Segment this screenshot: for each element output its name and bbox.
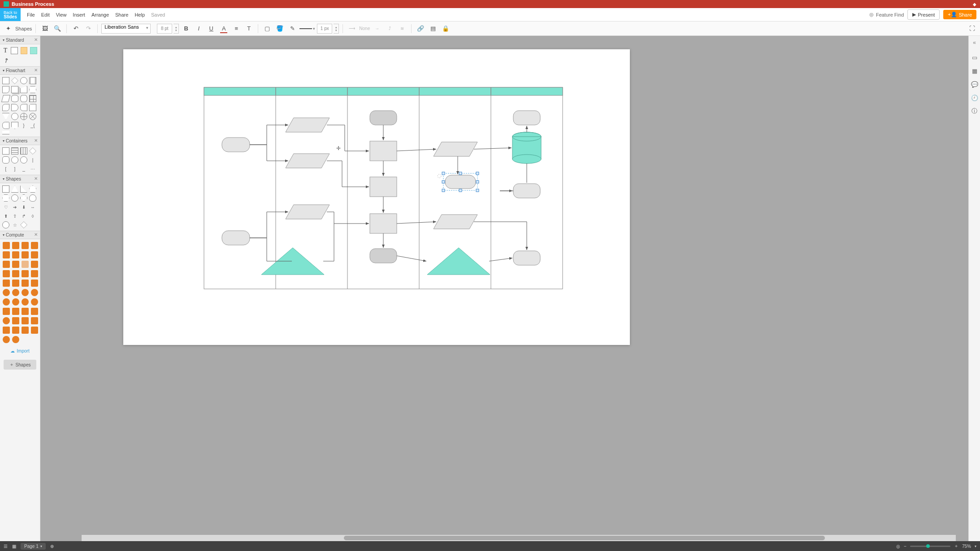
- panel-header-compute[interactable]: ▾ Compute ✕: [0, 231, 40, 239]
- panel-header-standard[interactable]: ▾ Standard ✕: [0, 36, 40, 44]
- line-width-stepper[interactable]: ▴▾: [334, 24, 339, 34]
- compute-shape[interactable]: [3, 308, 10, 315]
- compute-shape[interactable]: [3, 298, 10, 306]
- data-shape-1[interactable]: [286, 118, 330, 132]
- fc-merge[interactable]: [2, 113, 9, 120]
- fc-connector[interactable]: [11, 113, 18, 120]
- text-color-button[interactable]: A: [218, 23, 229, 34]
- underline-button[interactable]: U: [206, 23, 217, 34]
- fc-terminator[interactable]: [20, 77, 27, 84]
- sh-square[interactable]: [2, 185, 9, 193]
- canvas-viewport[interactable]: ✛: [40, 36, 968, 541]
- connector[interactable]: [474, 148, 512, 149]
- selection-handle[interactable]: [442, 181, 445, 183]
- layers-button[interactable]: ▤: [428, 23, 438, 34]
- sh-pentagon[interactable]: [29, 185, 36, 193]
- connector[interactable]: [250, 212, 288, 238]
- line-jump-button[interactable]: ≋: [397, 23, 408, 34]
- zoom-out-icon[interactable]: −: [904, 544, 906, 549]
- data-shape-3[interactable]: [286, 205, 330, 219]
- connector[interactable]: [327, 125, 369, 151]
- terminator-lane3-bottom[interactable]: [370, 249, 397, 263]
- compute-shape[interactable]: [12, 298, 19, 306]
- compute-shape[interactable]: [12, 317, 19, 324]
- outline-view-icon[interactable]: ☰: [4, 544, 8, 549]
- expand-dock-icon[interactable]: «: [973, 39, 976, 46]
- sh-arrow-bend[interactable]: ↱: [20, 212, 27, 220]
- compute-shape[interactable]: [31, 261, 38, 268]
- compute-shape[interactable]: [31, 327, 38, 334]
- terminator-start-2[interactable]: [222, 231, 250, 245]
- menu-share[interactable]: Share: [115, 12, 128, 17]
- menu-insert[interactable]: Insert: [73, 12, 85, 17]
- ct-brace-left[interactable]: |: [29, 156, 36, 164]
- ct-circle[interactable]: [20, 156, 27, 164]
- text-options-button[interactable]: T: [243, 23, 254, 34]
- font-size-field[interactable]: 8 pt: [157, 24, 172, 34]
- fill-none-button[interactable]: ▢: [262, 23, 273, 34]
- swimlane-diagram[interactable]: ✛: [204, 87, 563, 289]
- process-1[interactable]: [370, 141, 397, 161]
- connector[interactable]: [250, 145, 288, 161]
- compute-shape[interactable]: [22, 327, 29, 334]
- compute-shape[interactable]: [22, 270, 29, 277]
- sh-arrow-d[interactable]: ⬇: [20, 203, 27, 211]
- compute-shape[interactable]: [3, 289, 10, 296]
- hotspot-tool[interactable]: ↗: [1, 56, 12, 66]
- fc-document[interactable]: [2, 86, 9, 93]
- sh-cloud[interactable]: [29, 194, 36, 202]
- sh-callout[interactable]: ◊: [29, 212, 36, 220]
- arrow-start-select[interactable]: ⟶: [347, 23, 357, 34]
- sh-hexagon[interactable]: [2, 194, 9, 202]
- sh-star[interactable]: ☆: [11, 221, 18, 228]
- data-shape-4[interactable]: [434, 142, 477, 156]
- compute-shape[interactable]: [22, 298, 29, 306]
- triangle-2[interactable]: [427, 248, 490, 275]
- line-routing-button[interactable]: ⤴: [384, 23, 395, 34]
- compute-shape[interactable]: [3, 327, 10, 334]
- compute-shape[interactable]: [22, 251, 29, 258]
- close-icon[interactable]: ✕: [34, 37, 38, 42]
- text-tool[interactable]: T: [3, 47, 8, 54]
- compute-shape[interactable]: [31, 242, 38, 249]
- compute-shape[interactable]: [12, 242, 19, 249]
- compute-shape[interactable]: [22, 261, 29, 268]
- highlight-block-tool[interactable]: [30, 47, 37, 54]
- zoom-slider[interactable]: [910, 546, 950, 547]
- menu-edit[interactable]: Edit: [41, 12, 50, 17]
- selection-handle[interactable]: [442, 189, 445, 192]
- compute-shape[interactable]: [3, 270, 10, 277]
- compute-shape[interactable]: [12, 261, 19, 268]
- sh-heart[interactable]: ♡: [2, 203, 9, 211]
- rotation-handle[interactable]: [438, 174, 441, 178]
- compute-shape[interactable]: [22, 289, 29, 296]
- line-width-field[interactable]: 1 px: [317, 24, 332, 34]
- connector[interactable]: [327, 212, 369, 224]
- fc-manual-input[interactable]: [20, 86, 27, 93]
- terminator-lane3-top[interactable]: [370, 111, 397, 125]
- bold-button[interactable]: B: [181, 23, 191, 34]
- share-button[interactable]: +👤 Share: [943, 10, 976, 19]
- database-bottom[interactable]: [512, 155, 541, 164]
- compute-shape[interactable]: [3, 242, 10, 249]
- horizontal-scrollbar[interactable]: [82, 535, 956, 541]
- fc-card[interactable]: [29, 104, 36, 111]
- fc-brace-right[interactable]: }: [20, 122, 27, 129]
- font-size-stepper[interactable]: ▴▾: [173, 24, 179, 34]
- compute-shape[interactable]: [31, 289, 38, 296]
- help-icon[interactable]: ⓘ: [971, 108, 978, 115]
- connector[interactable]: [489, 258, 512, 261]
- fill-color-button[interactable]: 🪣: [274, 23, 285, 34]
- compute-shape[interactable]: [31, 251, 38, 258]
- text-block-tool[interactable]: [11, 47, 18, 54]
- terminator-lane4-row2[interactable]: [445, 175, 476, 189]
- compute-shape[interactable]: [31, 298, 38, 306]
- selection-handle[interactable]: [442, 172, 445, 175]
- image-button[interactable]: 🖼: [39, 23, 50, 34]
- fc-paper-tape[interactable]: [2, 104, 9, 111]
- compute-shape[interactable]: [12, 308, 19, 315]
- compute-shape[interactable]: [3, 336, 10, 343]
- close-icon[interactable]: ✕: [34, 68, 38, 73]
- sh-arrow-u[interactable]: ⬆: [2, 212, 9, 220]
- connector[interactable]: [474, 222, 527, 250]
